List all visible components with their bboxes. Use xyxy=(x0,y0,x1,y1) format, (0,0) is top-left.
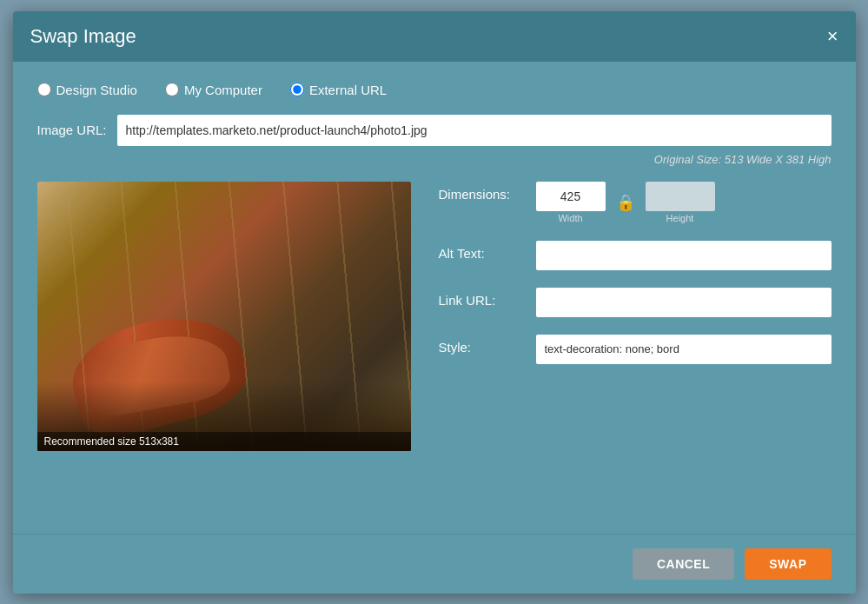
original-size-text: Original Size: 513 Wide X 381 High xyxy=(37,153,832,166)
road-lines xyxy=(37,182,411,451)
lock-icon: 🔒 xyxy=(616,193,635,212)
style-input[interactable] xyxy=(536,335,832,364)
image-container: Recommended size 513x381 xyxy=(37,182,411,451)
width-col: Width xyxy=(536,182,606,223)
radio-my-computer-label: My Computer xyxy=(184,83,262,97)
height-input[interactable] xyxy=(646,182,715,211)
image-url-row: Image URL: xyxy=(37,115,832,146)
alt-text-label: Alt Text: xyxy=(439,241,526,261)
radio-design-studio[interactable]: Design Studio xyxy=(37,83,137,97)
radio-external-url-label: External URL xyxy=(309,83,387,97)
modal-footer: CANCEL SWAP xyxy=(13,534,856,594)
dimensions-group: Dimensions: Width 🔒 Height xyxy=(439,182,832,223)
width-input[interactable] xyxy=(536,182,606,211)
style-label: Style: xyxy=(439,335,526,355)
swap-image-modal: Swap Image × Design Studio My Computer E… xyxy=(13,11,856,594)
radio-external-url-input[interactable] xyxy=(290,83,304,96)
close-button[interactable]: × xyxy=(827,27,838,46)
alt-text-input[interactable] xyxy=(536,241,832,270)
dimensions-inputs: Width 🔒 Height xyxy=(536,182,715,223)
radio-my-computer-input[interactable] xyxy=(165,83,179,96)
modal-title: Swap Image xyxy=(30,25,136,48)
radio-my-computer[interactable]: My Computer xyxy=(165,83,262,97)
height-col: Height xyxy=(646,182,715,223)
image-url-input[interactable] xyxy=(117,115,832,146)
image-preview xyxy=(37,182,411,451)
image-caption: Recommended size 513x381 xyxy=(37,432,411,451)
cancel-button[interactable]: CANCEL xyxy=(633,548,734,580)
link-url-input[interactable] xyxy=(536,288,832,317)
image-url-label: Image URL: xyxy=(37,123,107,137)
height-label: Height xyxy=(646,213,715,223)
width-label: Width xyxy=(536,213,606,223)
swap-button[interactable]: SWAP xyxy=(745,548,831,580)
modal-body: Design Studio My Computer External URL I… xyxy=(13,62,856,534)
radio-design-studio-label: Design Studio xyxy=(56,83,137,97)
alt-text-group: Alt Text: xyxy=(439,241,832,270)
style-group: Style: xyxy=(439,335,832,364)
radio-design-studio-input[interactable] xyxy=(37,83,51,96)
dimensions-label: Dimensions: xyxy=(439,182,526,202)
radio-external-url[interactable]: External URL xyxy=(290,83,387,97)
link-url-label: Link URL: xyxy=(439,288,526,308)
link-url-group: Link URL: xyxy=(439,288,832,317)
modal-header: Swap Image × xyxy=(13,11,856,62)
form-section: Dimensions: Width 🔒 Height xyxy=(439,182,832,451)
content-row: Recommended size 513x381 Dimensions: Wid… xyxy=(37,182,832,451)
radio-group: Design Studio My Computer External URL xyxy=(37,83,832,97)
